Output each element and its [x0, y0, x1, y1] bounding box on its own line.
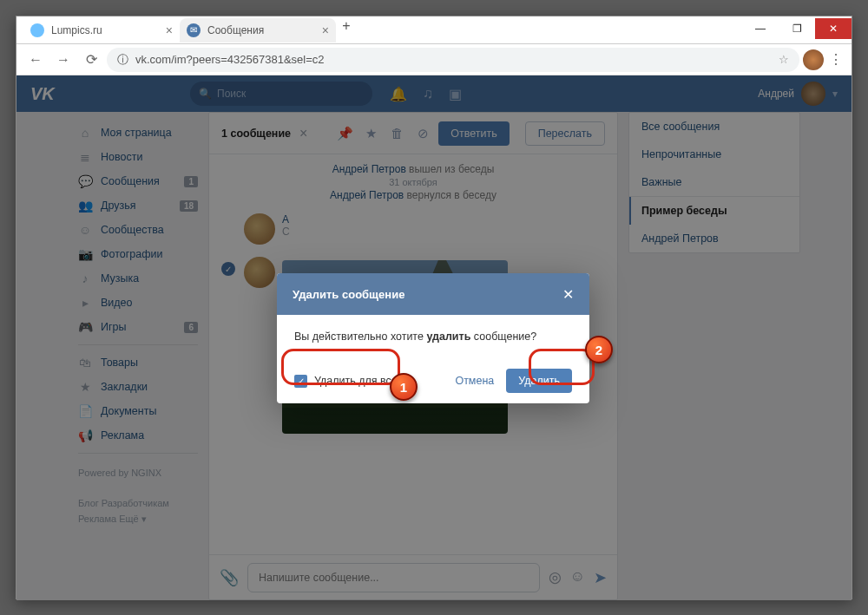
delete-message-modal: Удалить сообщение ✕ Вы действительно хот… [277, 273, 589, 403]
app-viewport: VK 🔍 Поиск 🔔 ♫ ▣ Андрей ▾ ⌂Моя страница … [16, 75, 852, 600]
back-icon[interactable]: ← [23, 52, 48, 68]
url-text: vk.com/im?peers=432567381&sel=c2 [135, 53, 772, 66]
cancel-button[interactable]: Отмена [455, 375, 494, 387]
modal-body: Вы действительно хотите удалить сообщени… [277, 315, 589, 358]
modal-title: Удалить сообщение [293, 288, 404, 301]
delete-for-all-checkbox[interactable]: ✓ Удалить для всех [294, 375, 403, 388]
close-window-button[interactable]: ✕ [815, 18, 852, 39]
tab-title: Сообщения [207, 24, 264, 36]
favicon-lumpics [30, 23, 44, 37]
maximize-button[interactable]: ❐ [779, 18, 815, 39]
bookmark-star-icon[interactable]: ☆ [779, 53, 789, 66]
minimize-button[interactable]: — [742, 18, 779, 39]
modal-footer: ✓ Удалить для всех Отмена Удалить [277, 358, 589, 403]
browser-window: Lumpics.ru × ✉ Сообщения × + — ❐ ✕ ← → ⟳… [16, 16, 852, 599]
delete-button[interactable]: Удалить [506, 369, 572, 393]
titlebar: Lumpics.ru × ✉ Сообщения × + — ❐ ✕ [16, 16, 852, 44]
menu-dots-icon[interactable]: ⋮ [827, 51, 845, 68]
page-frame: Lumpics.ru × ✉ Сообщения × + — ❐ ✕ ← → ⟳… [0, 0, 868, 615]
tab-title: Lumpics.ru [51, 24, 102, 36]
tab-messages[interactable]: ✉ Сообщения × [180, 18, 336, 43]
window-controls: — ❐ ✕ [742, 22, 852, 39]
new-tab-button[interactable]: + [336, 18, 357, 43]
checkbox-checked-icon: ✓ [294, 375, 307, 388]
lock-icon: ⓘ [117, 52, 128, 68]
close-tab-icon[interactable]: × [166, 23, 173, 37]
profile-avatar[interactable] [803, 49, 824, 70]
tab-lumpics[interactable]: Lumpics.ru × [23, 18, 180, 43]
favicon-vk: ✉ [187, 23, 201, 37]
checkbox-label: Удалить для всех [314, 375, 403, 387]
reload-icon[interactable]: ⟳ [79, 51, 103, 68]
tab-strip: Lumpics.ru × ✉ Сообщения × + [16, 18, 742, 43]
forward-icon[interactable]: → [51, 52, 76, 68]
browser-toolbar: ← → ⟳ ⓘ vk.com/im?peers=432567381&sel=c2… [16, 44, 852, 75]
close-modal-icon[interactable]: ✕ [562, 286, 574, 303]
modal-header: Удалить сообщение ✕ [277, 273, 589, 315]
address-bar[interactable]: ⓘ vk.com/im?peers=432567381&sel=c2 ☆ [107, 48, 799, 72]
close-tab-icon[interactable]: × [322, 23, 329, 37]
